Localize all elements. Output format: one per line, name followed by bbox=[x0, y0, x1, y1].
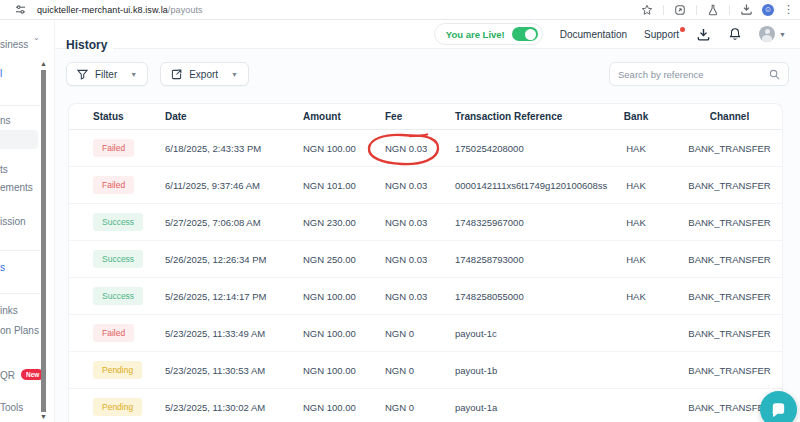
payouts-table: Status Date Amount Fee Transaction Refer… bbox=[68, 103, 783, 422]
sidebar-item[interactable]: ns bbox=[0, 115, 11, 126]
divider bbox=[0, 250, 40, 251]
fee-cell-wrap: NGN 0.03 bbox=[385, 143, 427, 154]
support-notification-dot bbox=[680, 27, 685, 32]
live-toggle[interactable] bbox=[512, 27, 538, 41]
cell-bank: HAK bbox=[595, 217, 685, 228]
sidebar-item-link[interactable]: s bbox=[0, 262, 5, 273]
cell-reference: 1750254208000 bbox=[455, 143, 595, 154]
status-badge: Success bbox=[93, 287, 143, 305]
avatar bbox=[759, 26, 775, 42]
live-toggle-pill[interactable]: You are Live! bbox=[434, 23, 543, 45]
table-row[interactable]: Failed 6/11/2025, 9:37:46 AM NGN 101.00 … bbox=[69, 167, 782, 204]
user-menu[interactable]: ▼ bbox=[759, 26, 786, 42]
table-header-row: Status Date Amount Fee Transaction Refer… bbox=[69, 104, 782, 130]
cell-date: 5/27/2025, 7:06:08 AM bbox=[165, 217, 303, 228]
cell-bank: HAK bbox=[595, 180, 685, 191]
support-link[interactable]: Support bbox=[644, 29, 679, 40]
table-row[interactable]: Success 5/26/2025, 12:26:34 PM NGN 250.0… bbox=[69, 241, 782, 278]
cell-date: 5/26/2025, 12:14:17 PM bbox=[165, 291, 303, 302]
cell-channel: BANK_TRANSFER bbox=[685, 217, 782, 228]
browser-profile-icon[interactable]: ☺ bbox=[762, 4, 774, 16]
cell-reference: payout-1a bbox=[455, 402, 595, 413]
table-row[interactable]: Success 5/26/2025, 12:14:17 PM NGN 100.0… bbox=[69, 278, 782, 315]
cell-channel: BANK_TRANSFER bbox=[685, 291, 782, 302]
cell-bank: HAK bbox=[595, 254, 685, 265]
browser-menu-icon[interactable]: ⋮ bbox=[783, 3, 794, 16]
cell-channel: BANK_TRANSFER bbox=[685, 328, 782, 339]
cell-fee: NGN 0 bbox=[385, 365, 414, 376]
search-input[interactable] bbox=[618, 69, 769, 80]
cell-channel: BANK_TRANSFER bbox=[685, 365, 782, 376]
status-badge: Failed bbox=[93, 324, 134, 342]
column-header-status: Status bbox=[93, 111, 165, 122]
sidebar: siness ⌄ l ns ts ements ission s inks on… bbox=[0, 20, 55, 422]
flask-icon[interactable] bbox=[706, 3, 720, 17]
cell-fee: NGN 0 bbox=[385, 328, 414, 339]
url-path: /payouts bbox=[168, 5, 203, 15]
toolbar: Filter ▼ Export ▼ bbox=[66, 62, 789, 86]
fee-cell-wrap: NGN 0.03 bbox=[385, 180, 427, 191]
url-host: quickteller-merchant-ui.k8.isw.la bbox=[37, 5, 168, 15]
cell-amount: NGN 100.00 bbox=[303, 291, 385, 302]
browser-address-bar: quickteller-merchant-ui.k8.isw.la/payout… bbox=[0, 0, 800, 20]
sidebar-item[interactable]: inks bbox=[0, 305, 18, 316]
cell-amount: NGN 250.00 bbox=[303, 254, 385, 265]
table-row[interactable]: Pending 5/23/2025, 11:30:02 AM NGN 100.0… bbox=[69, 389, 782, 422]
export-icon bbox=[171, 69, 182, 80]
filter-label: Filter bbox=[95, 69, 117, 80]
export-button[interactable]: Export ▼ bbox=[160, 62, 249, 86]
chevron-down-icon: ▼ bbox=[779, 31, 786, 38]
bell-icon[interactable] bbox=[728, 27, 742, 41]
sidebar-item[interactable]: ts bbox=[0, 164, 8, 175]
cell-channel: BANK_TRANSFER bbox=[685, 143, 782, 154]
sidebar-item[interactable]: ements bbox=[0, 182, 33, 193]
documentation-link[interactable]: Documentation bbox=[560, 29, 627, 40]
sidebar-scrollbar[interactable] bbox=[41, 70, 46, 412]
site-info-icon[interactable] bbox=[13, 3, 27, 17]
sidebar-item-active[interactable]: l bbox=[0, 68, 2, 79]
divider bbox=[0, 105, 40, 106]
table-body: Failed 6/18/2025, 2:43:33 PM NGN 100.00 … bbox=[69, 130, 782, 422]
cell-reference: 1748325967000 bbox=[455, 217, 595, 228]
export-label: Export bbox=[189, 69, 218, 80]
status-badge: Pending bbox=[93, 361, 142, 379]
table-row[interactable]: Failed 5/23/2025, 11:33:49 AM NGN 100.00… bbox=[69, 315, 782, 352]
table-row[interactable]: Success 5/27/2025, 7:06:08 AM NGN 230.00… bbox=[69, 204, 782, 241]
fee-cell-wrap: NGN 0 bbox=[385, 402, 414, 413]
browser-download-icon[interactable] bbox=[739, 3, 753, 17]
chevron-down-icon[interactable]: ⌄ bbox=[33, 33, 40, 42]
sidebar-item[interactable]: on Plans bbox=[0, 325, 39, 336]
cell-date: 6/18/2025, 2:43:33 PM bbox=[165, 143, 303, 154]
scrollbar-down-arrow[interactable]: ▼ bbox=[40, 413, 47, 420]
cell-channel: BANK_TRANSFER bbox=[685, 254, 782, 265]
cell-amount: NGN 101.00 bbox=[303, 180, 385, 191]
table-row[interactable]: Pending 5/23/2025, 11:30:53 AM NGN 100.0… bbox=[69, 352, 782, 389]
cell-bank: HAK bbox=[595, 143, 685, 154]
cell-amount: NGN 100.00 bbox=[303, 365, 385, 376]
chevron-down-icon: ▼ bbox=[130, 71, 137, 78]
live-label: You are Live! bbox=[446, 29, 505, 40]
search-icon bbox=[769, 69, 780, 80]
chat-widget-button[interactable] bbox=[760, 391, 797, 422]
fee-cell-wrap: NGN 0.03 bbox=[385, 217, 427, 228]
sidebar-item[interactable]: Tools bbox=[0, 402, 23, 413]
sidebar-item[interactable]: ission bbox=[0, 216, 26, 227]
column-header-fee: Fee bbox=[385, 111, 455, 122]
table-row[interactable]: Failed 6/18/2025, 2:43:33 PM NGN 100.00 … bbox=[69, 130, 782, 167]
cell-fee: NGN 0.03 bbox=[385, 143, 427, 154]
sidebar-business-selector[interactable]: siness bbox=[0, 39, 28, 50]
cell-date: 5/26/2025, 12:26:34 PM bbox=[165, 254, 303, 265]
cell-amount: NGN 100.00 bbox=[303, 328, 385, 339]
scrollbar-up-arrow[interactable]: ▲ bbox=[40, 60, 47, 67]
cell-date: 5/23/2025, 11:33:49 AM bbox=[165, 328, 303, 339]
bookmark-star-icon[interactable] bbox=[640, 3, 654, 17]
cell-reference: 0000142111xs6t1749g120100608ss bbox=[455, 180, 595, 191]
download-icon[interactable] bbox=[696, 27, 711, 42]
filter-button[interactable]: Filter ▼ bbox=[66, 62, 148, 86]
url-text[interactable]: quickteller-merchant-ui.k8.isw.la/payout… bbox=[37, 5, 203, 15]
page-title: History bbox=[66, 38, 113, 52]
sidebar-item-highlight[interactable] bbox=[0, 130, 38, 149]
divider bbox=[729, 5, 730, 15]
sidebar-item[interactable]: QR bbox=[0, 370, 15, 381]
tab-action-icon[interactable] bbox=[673, 3, 687, 17]
